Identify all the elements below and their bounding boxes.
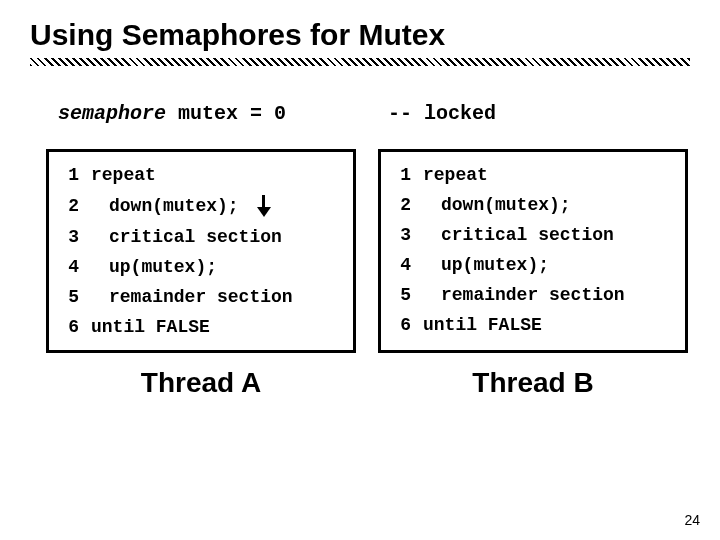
line-number: 3 [381,220,417,250]
code-text: up(mutex); [85,252,353,282]
code-row: 4 up(mutex); [381,250,685,280]
line-number: 3 [49,222,85,252]
arrow-down-icon [257,195,271,217]
line-number: 6 [381,310,417,340]
page-number: 24 [684,512,700,528]
code-row: 5 remainder section [49,282,353,312]
thread-b-codebox: 1 repeat 2 down(mutex); 3 critical secti… [378,149,688,353]
decl-comment: -- locked [388,102,496,125]
title-rule [30,58,690,66]
line-number: 2 [49,190,85,222]
thread-a-label: Thread A [46,367,356,399]
code-text: up(mutex); [417,250,685,280]
line-number: 5 [49,282,85,312]
code-row: 5 remainder section [381,280,685,310]
code-text: down(mutex); [417,190,685,220]
code-row: 3 critical section [49,222,353,252]
code-text: repeat [85,160,353,190]
code-text: critical section [417,220,685,250]
code-text: down(mutex); [85,190,353,222]
code-text: critical section [85,222,353,252]
thread-a-codebox: 1 repeat 2 down(mutex); 3 critical secti… [46,149,356,353]
line-number: 5 [381,280,417,310]
code-row: 2 down(mutex); [381,190,685,220]
code-row: 6 until FALSE [381,310,685,340]
code-row: 6 until FALSE [49,312,353,342]
line-number: 1 [49,160,85,190]
code-text: remainder section [85,282,353,312]
line-number: 1 [381,160,417,190]
thread-b-label: Thread B [378,367,688,399]
code-text: repeat [417,160,685,190]
line-number: 2 [381,190,417,220]
code-row: 3 critical section [381,220,685,250]
code-row: 2 down(mutex); [49,190,353,222]
semaphore-declaration: semaphore mutex = 0 -- locked [58,102,690,125]
line-number: 4 [381,250,417,280]
code-text: remainder section [417,280,685,310]
code-text: until FALSE [85,312,353,342]
line-number: 6 [49,312,85,342]
line-number: 4 [49,252,85,282]
slide-title: Using Semaphores for Mutex [30,18,690,52]
code-row: 4 up(mutex); [49,252,353,282]
decl-keyword: semaphore [58,102,166,125]
code-row: 1 repeat [49,160,353,190]
code-text-inner: down(mutex); [109,196,239,216]
decl-rest: mutex = 0 [166,102,286,125]
code-text: until FALSE [417,310,685,340]
code-row: 1 repeat [381,160,685,190]
